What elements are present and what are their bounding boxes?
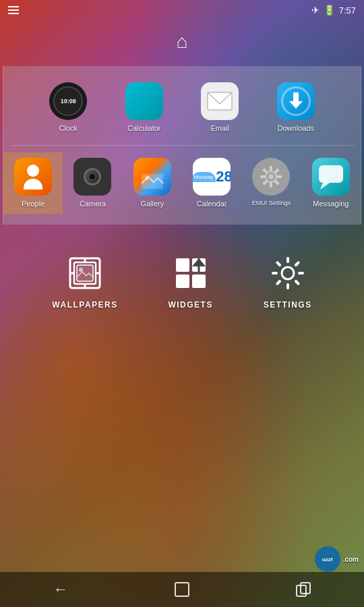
app-grid-row1: 10:08 Clock Calculator — [3, 73, 361, 142]
settings-svg — [270, 256, 305, 291]
app-label-clock: Clock — [59, 124, 78, 133]
home-indicator: ⌂ — [0, 20, 364, 58]
app-item-calculator[interactable]: Calculator — [107, 77, 183, 138]
svg-rect-1 — [293, 92, 299, 102]
nav-home-button[interactable] — [162, 576, 202, 603]
airplane-icon: ✈ — [311, 5, 320, 16]
clock-face: 10:08 — [53, 86, 83, 116]
app-label-calendar: Calendar — [197, 200, 227, 208]
battery-icon: 🔋 — [324, 5, 335, 16]
nav-recents-button[interactable] — [283, 576, 324, 603]
recents-icon — [296, 582, 311, 597]
svg-marker-16 — [320, 183, 330, 190]
bottom-item-widgets[interactable]: WIDGETS — [168, 253, 213, 310]
bottom-label-widgets: WIDGETS — [168, 300, 213, 310]
status-right: ✈ 🔋 7:57 — [311, 5, 356, 16]
app-icon-clock: 10:08 — [49, 82, 87, 120]
home-nav-icon — [175, 582, 189, 597]
svg-rect-38 — [272, 272, 278, 274]
svg-point-4 — [145, 176, 149, 180]
app-item-camera[interactable]: Camera — [63, 152, 122, 214]
app-drawer: 10:08 Clock Calculator — [0, 58, 364, 233]
person-head — [27, 165, 39, 177]
emui-svg — [257, 163, 284, 190]
svg-rect-33 — [294, 261, 300, 267]
svg-rect-28 — [192, 274, 206, 288]
app-icon-emui — [252, 158, 290, 196]
svg-rect-36 — [286, 283, 289, 289]
svg-point-31 — [282, 267, 294, 279]
bottom-section: WALLPAPERS WIDGETS — [0, 233, 364, 323]
app-label-messaging: Messaging — [313, 200, 348, 208]
app-label-gallery: Gallery — [140, 200, 164, 208]
gallery-svg — [140, 165, 164, 189]
svg-rect-37 — [275, 280, 281, 286]
app-label-calculator: Calculator — [127, 124, 161, 133]
app-item-calendar[interactable]: Monday 28 Calendar — [182, 152, 241, 214]
wallpapers-svg — [67, 256, 102, 291]
nav-bar: ← — [0, 572, 364, 607]
person-shape — [24, 165, 42, 190]
svg-rect-13 — [260, 175, 265, 178]
watermark: uzzf .com — [315, 546, 359, 572]
app-icon-gallery — [133, 158, 171, 196]
drawer-panel: 10:08 Clock Calculator — [3, 66, 361, 225]
watermark-badge: uzzf — [315, 546, 340, 572]
app-item-messaging[interactable]: Messaging — [301, 152, 361, 214]
bottom-item-wallpapers[interactable]: WALLPAPERS — [52, 253, 117, 310]
app-grid-row2: People Camera — [3, 148, 361, 218]
widgets-svg — [173, 256, 208, 291]
app-icon-people — [14, 158, 52, 196]
app-item-emui[interactable]: EMUI Settings — [241, 152, 301, 214]
app-label-email: Email — [210, 124, 229, 133]
calc-grid — [139, 85, 149, 117]
nav-back-button[interactable]: ← — [40, 576, 81, 603]
camera-lens-inner — [88, 173, 96, 181]
widgets-icon — [171, 253, 211, 293]
clock-time: 10:08 — [61, 98, 76, 105]
watermark-logo: uzzf — [322, 556, 333, 562]
svg-rect-23 — [77, 265, 93, 281]
camera-lens — [84, 168, 101, 185]
status-left — [8, 6, 19, 14]
app-icon-messaging — [312, 158, 350, 196]
app-label-camera: Camera — [80, 200, 106, 208]
bottom-item-settings[interactable]: SETTINGS — [264, 253, 312, 310]
app-icon-email — [201, 82, 239, 120]
app-item-gallery[interactable]: Gallery — [123, 152, 182, 214]
svg-marker-2 — [289, 101, 303, 109]
app-item-downloads[interactable]: Downloads — [258, 77, 334, 138]
calendar-date: 28 — [216, 167, 231, 187]
row-divider — [10, 145, 354, 146]
status-bar: ✈ 🔋 7:57 — [0, 0, 364, 20]
app-label-downloads: Downloads — [278, 124, 314, 133]
app-label-emui: EMUI Settings — [252, 200, 291, 207]
messaging-svg — [317, 164, 344, 190]
email-svg — [207, 92, 233, 111]
app-icon-calendar: Monday 28 — [193, 158, 231, 196]
svg-rect-15 — [319, 165, 343, 183]
status-time: 7:57 — [339, 5, 356, 16]
app-label-people: People — [22, 200, 44, 208]
app-item-clock[interactable]: 10:08 Clock — [30, 77, 107, 138]
svg-rect-34 — [298, 272, 304, 274]
svg-rect-11 — [270, 183, 272, 187]
app-item-people[interactable]: People — [3, 152, 63, 214]
svg-rect-0 — [208, 92, 232, 110]
home-icon: ⌂ — [177, 31, 188, 53]
app-item-email[interactable]: Email — [182, 77, 258, 138]
app-icon-calculator — [125, 82, 163, 120]
svg-rect-32 — [286, 257, 289, 263]
svg-point-6 — [268, 174, 274, 179]
bottom-label-wallpapers: WALLPAPERS — [52, 300, 117, 310]
wallpapers-icon — [65, 253, 105, 293]
svg-rect-27 — [176, 274, 189, 288]
watermark-text: .com — [343, 556, 359, 563]
svg-rect-7 — [270, 166, 272, 171]
calendar-header: Monday — [193, 172, 216, 182]
svg-rect-25 — [176, 258, 189, 272]
svg-rect-39 — [275, 261, 281, 267]
person-body — [24, 179, 42, 190]
app-icon-downloads — [277, 82, 315, 120]
settings-icon — [268, 253, 308, 293]
